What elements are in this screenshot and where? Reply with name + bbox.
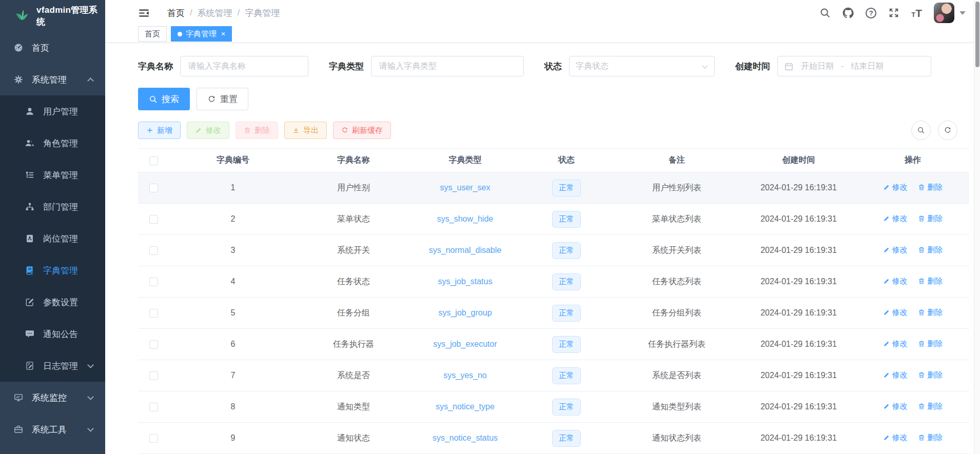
dict-type-link[interactable]: sys_job_status <box>438 277 493 286</box>
dict-type-link[interactable]: sys_notice_status <box>433 433 498 442</box>
trash-icon <box>918 371 925 379</box>
row-checkbox[interactable] <box>149 278 158 286</box>
dict-type-input[interactable] <box>371 56 524 76</box>
table-row: 4 任务状态 sys_job_status 正常 任务状态列表 2024-01-… <box>138 266 969 298</box>
sidebar-item-system-tools[interactable]: 系统工具 <box>0 413 105 445</box>
row-edit-link[interactable]: 修改 <box>883 214 908 224</box>
col-dict-name: 字典名称 <box>297 149 410 172</box>
row-edit-link[interactable]: 修改 <box>883 433 908 443</box>
edit-button[interactable]: 修改 <box>187 122 229 139</box>
dict-name-input[interactable] <box>180 56 308 76</box>
user-menu[interactable] <box>934 3 966 23</box>
close-icon[interactable]: × <box>221 30 225 38</box>
dict-type-link[interactable]: sys_job_executor <box>433 340 497 348</box>
dict-name-cell: 系统是否 <box>297 360 410 391</box>
logo[interactable]: vfadmin管理系统 <box>0 0 105 32</box>
export-button[interactable]: 导出 <box>284 122 327 139</box>
row-edit-link[interactable]: 修改 <box>883 402 908 411</box>
row-delete-link[interactable]: 删除 <box>918 277 943 286</box>
toolbar-right <box>911 121 957 140</box>
row-delete-link[interactable]: 删除 <box>918 433 943 443</box>
sidebar-item-user-management[interactable]: 用户管理 <box>0 95 105 127</box>
row-delete-link[interactable]: 删除 <box>918 308 943 318</box>
dict-type-link[interactable]: sys_notice_type <box>436 402 495 411</box>
github-icon[interactable] <box>842 7 854 18</box>
sidebar-item-param-settings[interactable]: 参数设置 <box>0 286 105 318</box>
trash-icon <box>918 184 925 191</box>
search-icon[interactable] <box>819 7 831 18</box>
sidebar-item-dept-management[interactable]: 部门管理 <box>0 191 105 223</box>
refresh-table-button[interactable] <box>938 121 957 140</box>
row-delete-link[interactable]: 删除 <box>918 402 943 411</box>
table-row: 8 通知类型 sys_notice_type 正常 通知类型列表 2024-01… <box>138 391 969 423</box>
created-time-cell: 2024-01-29 16:19:31 <box>741 298 856 329</box>
menu-tree-icon <box>25 170 35 180</box>
dict-type-link[interactable]: sys_yes_no <box>443 371 487 380</box>
dict-id-cell: 6 <box>169 329 297 360</box>
status-badge: 正常 <box>552 242 581 259</box>
dict-name-cell: 系统开关 <box>297 235 410 266</box>
remark-cell: 任务分组列表 <box>613 298 741 329</box>
tag-dict-management[interactable]: 字典管理 × <box>171 26 232 42</box>
row-checkbox[interactable] <box>149 215 158 224</box>
row-edit-link[interactable]: 修改 <box>883 183 908 192</box>
row-checkbox[interactable] <box>149 309 158 318</box>
row-checkbox[interactable] <box>149 184 158 192</box>
dict-type-link[interactable]: sys_user_sex <box>440 183 491 192</box>
search-button[interactable]: 搜索 <box>138 88 190 110</box>
row-edit-link[interactable]: 修改 <box>883 245 908 255</box>
sidebar-item-notice[interactable]: 通知公告 <box>0 318 105 350</box>
row-delete-link[interactable]: 删除 <box>918 214 943 224</box>
refresh-cache-button[interactable]: 刷新缓存 <box>333 122 391 139</box>
row-checkbox[interactable] <box>149 434 158 443</box>
row-edit-link[interactable]: 修改 <box>883 370 908 380</box>
table-row: 6 任务执行器 sys_job_executor 正常 任务执行器列表 2024… <box>138 329 969 360</box>
row-checkbox[interactable] <box>149 371 158 380</box>
fullscreen-icon[interactable] <box>888 7 899 18</box>
dict-type-link[interactable]: sys_job_group <box>438 308 492 317</box>
form-item-dict-type: 字典类型 <box>329 56 524 76</box>
dict-name-label: 字典名称 <box>138 61 173 72</box>
breadcrumb-home[interactable]: 首页 <box>167 7 185 19</box>
dict-type-link[interactable]: sys_normal_disable <box>429 246 501 254</box>
chevron-down-icon <box>87 362 94 368</box>
dict-type-link[interactable]: sys_show_hide <box>437 214 493 223</box>
sidebar-item-log-management[interactable]: 日志管理 <box>0 350 105 382</box>
status-select[interactable]: 字典状态 <box>569 56 715 76</box>
row-delete-link[interactable]: 删除 <box>918 370 943 380</box>
sidebar-item-system-management[interactable]: 系统管理 <box>0 64 105 95</box>
row-delete-link[interactable]: 删除 <box>918 339 943 349</box>
tag-home[interactable]: 首页 <box>138 26 167 42</box>
avatar[interactable] <box>934 3 954 23</box>
row-checkbox[interactable] <box>149 403 158 411</box>
dict-id-cell: 5 <box>169 298 297 329</box>
sidebar-item-menu-management[interactable]: 菜单管理 <box>0 159 105 191</box>
scrollbar-track[interactable] <box>974 0 980 454</box>
select-all-checkbox[interactable] <box>149 156 158 165</box>
add-button[interactable]: 新增 <box>138 122 181 139</box>
reset-button[interactable]: 重置 <box>197 88 248 110</box>
row-delete-link[interactable]: 删除 <box>918 245 943 255</box>
fold-menu-icon[interactable] <box>138 7 150 19</box>
font-size-icon[interactable]: TT <box>911 8 922 18</box>
sidebar-item-post-management[interactable]: 岗位管理 <box>0 223 105 254</box>
delete-button[interactable]: 删除 <box>236 122 278 139</box>
row-edit-link[interactable]: 修改 <box>883 308 908 318</box>
sidebar-item-role-management[interactable]: 角色管理 <box>0 127 105 159</box>
question-icon[interactable]: ? <box>866 8 876 18</box>
col-remark: 备注 <box>613 149 741 172</box>
date-range-picker[interactable]: 开始日期 - 结束日期 <box>777 56 931 76</box>
refresh-icon <box>207 95 216 104</box>
row-checkbox[interactable] <box>149 246 158 255</box>
plant-logo-icon <box>14 7 30 25</box>
row-checkbox[interactable] <box>149 340 158 349</box>
scrollbar-thumb[interactable] <box>975 2 979 67</box>
row-edit-link[interactable]: 修改 <box>883 277 908 286</box>
sidebar-item-system-monitor[interactable]: 系统监控 <box>0 382 105 413</box>
sidebar-item-home[interactable]: 首页 <box>0 32 105 64</box>
row-edit-link[interactable]: 修改 <box>883 339 908 349</box>
toggle-search-button[interactable] <box>911 121 931 140</box>
row-delete-link[interactable]: 删除 <box>918 183 943 192</box>
sidebar-item-dict-management[interactable]: 字典管理 <box>0 254 105 286</box>
dict-id-cell: 2 <box>169 204 297 235</box>
